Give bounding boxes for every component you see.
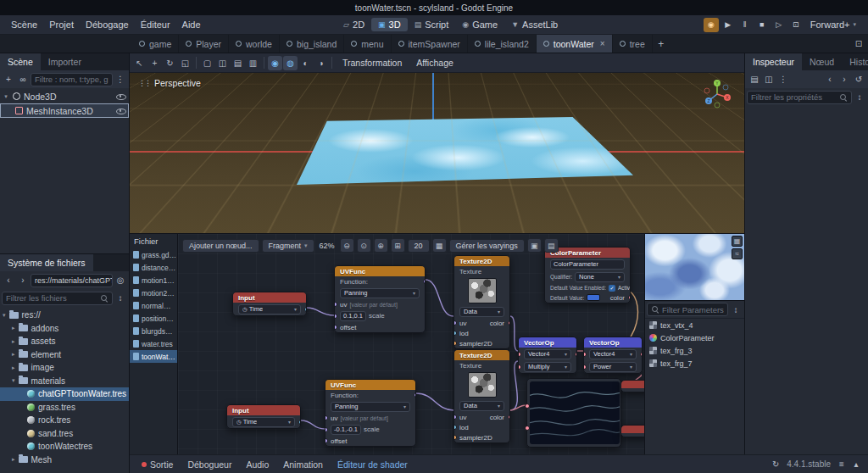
menu-help[interactable]: Aide	[176, 18, 207, 31]
snap-distance-field[interactable]: 20	[408, 239, 430, 253]
param-item-tex-frg-7[interactable]: tex_frg_7	[645, 357, 744, 370]
snap-grid-toggle[interactable]: ⊞	[391, 238, 405, 253]
fs-row-materials[interactable]: ▾materials	[0, 375, 129, 388]
node-header[interactable]	[621, 381, 644, 388]
edit-history-button[interactable]: ↺	[852, 73, 865, 86]
output-port[interactable]	[298, 420, 301, 425]
vector-type-dropdown[interactable]: Vector4▾	[524, 349, 571, 359]
shader-file-item[interactable]: grass.gd…	[130, 248, 177, 261]
fs-row-sand[interactable]: sand.tres	[0, 427, 129, 441]
shader-node-colorparameter[interactable]: ColorParameter ColorParameter Qualifier:…	[544, 247, 631, 303]
input-port[interactable]	[454, 320, 457, 326]
shader-code-preview-button[interactable]: ▣	[527, 238, 542, 253]
operator-dropdown[interactable]: Power▾	[589, 362, 637, 372]
shader-file-item[interactable]: motion2…	[130, 287, 177, 299]
expand-bottom-panel-button[interactable]: ▴	[849, 458, 863, 471]
copy-buffer-button[interactable]: ▤	[544, 238, 559, 253]
output-port[interactable]	[508, 320, 510, 326]
scene-tab-big-island[interactable]: big_island	[280, 35, 344, 53]
texture-thumbnail[interactable]	[468, 372, 497, 398]
menu-editor[interactable]: Éditeur	[135, 18, 176, 31]
shader-file-item[interactable]: position…	[130, 312, 177, 325]
input-port[interactable]	[326, 415, 328, 420]
inspector-filter[interactable]	[747, 91, 852, 104]
collapse-arrow-icon[interactable]: ▾	[3, 312, 6, 319]
manage-varyings-button[interactable]: Gérer les varyings	[449, 239, 525, 253]
input-port[interactable]	[525, 426, 530, 431]
param-item-tex-frg-3[interactable]: tex_frg_3	[645, 344, 744, 357]
animation-button[interactable]: Animation	[276, 458, 330, 471]
scene-filter-input[interactable]	[35, 75, 108, 84]
param-item-tex-vtx-4[interactable]: tex_vtx_4	[645, 319, 744, 331]
sort-params-button[interactable]: ↕	[729, 303, 743, 316]
collapse-arrow-icon[interactable]: ▸	[12, 351, 15, 358]
fs-row-rock[interactable]: rock.tres	[0, 414, 129, 427]
shader-editor-button[interactable]: Éditeur de shader	[331, 458, 415, 471]
texture-source-dropdown[interactable]: Data▾	[459, 307, 504, 317]
menu-scene[interactable]: Scène	[5, 18, 43, 31]
tab-node[interactable]: Nœud	[802, 53, 842, 70]
function-dropdown[interactable]: Panning▾	[331, 402, 410, 412]
tree-row-node3d[interactable]: ▾ Node3D	[0, 89, 129, 103]
collapse-arrow-icon[interactable]: ▸	[12, 325, 15, 331]
shader-node-vectorop-multiply[interactable]: VectorOp Vector4▾ Multiply▾	[518, 337, 577, 374]
output-button[interactable]: Sortie	[135, 458, 180, 471]
scale-value-field[interactable]: -0.1,-0.1	[331, 425, 361, 435]
new-resource-button[interactable]: ▤	[748, 73, 761, 86]
inspector-filter-input[interactable]	[751, 92, 837, 102]
input-port[interactable]	[519, 352, 521, 357]
scene-tab-player[interactable]: Player	[179, 35, 229, 53]
fs-row-addons[interactable]: ▸addons	[0, 322, 129, 336]
collapse-arrow-icon[interactable]: ▾	[3, 93, 9, 100]
tab-inspector[interactable]: Inspecteur	[745, 53, 802, 70]
shader-file-item[interactable]: blurgds…	[130, 325, 177, 337]
scene-tab-game[interactable]: game	[132, 35, 179, 53]
workspace-3d-button[interactable]: ▣ 3D	[371, 18, 408, 31]
local-space-toggle[interactable]: ◉	[268, 56, 282, 70]
pause-button[interactable]: ‖	[737, 18, 753, 32]
scene-dock-menu-button[interactable]: ⋮	[114, 73, 127, 86]
workspace-assetlib-button[interactable]: ▼ AssetLib	[504, 18, 565, 31]
view-menu[interactable]: Affichage	[409, 56, 460, 70]
preview-sun-toggle[interactable]: ◐	[298, 56, 313, 70]
shader-graph-canvas[interactable]: Ajouter un nœud... Fragment▾ 62% ⊖ ⊙ ⊕ ⊞…	[178, 234, 644, 454]
snap-toggle[interactable]: ◍	[283, 56, 298, 70]
input-port[interactable]	[584, 364, 587, 370]
preview-environment-toggle[interactable]: ◑	[314, 56, 328, 70]
shader-node-uvfunc-1[interactable]: UVFunc Function: Panning▾ uv[valeur par …	[334, 265, 426, 333]
shader-node-input-time-1[interactable]: Input ◷Time▾	[232, 292, 307, 316]
select-box-button[interactable]: ▢	[200, 56, 214, 70]
collapse-arrow-icon[interactable]: ▸	[12, 456, 15, 463]
node-header[interactable]	[621, 426, 644, 433]
transform-menu[interactable]: Transformation	[336, 56, 409, 70]
visibility-eye-icon[interactable]	[116, 107, 126, 115]
history-forward-button[interactable]: ›	[837, 73, 851, 86]
node-header[interactable]: Texture2D	[454, 350, 509, 360]
close-icon[interactable]: ×	[600, 39, 605, 48]
function-dropdown[interactable]: Panning▾	[340, 288, 420, 298]
shader-node-output-preview[interactable]	[526, 378, 621, 448]
update-spinner-icon[interactable]: ↻	[769, 458, 782, 471]
debugger-button[interactable]: Débogueur	[181, 458, 238, 471]
renderer-dropdown[interactable]: Forward+ ▾	[804, 18, 863, 31]
output-port[interactable]	[628, 295, 631, 300]
tab-scene[interactable]: Scène	[0, 53, 41, 70]
shader-stage-dropdown[interactable]: Fragment▾	[262, 239, 314, 253]
output-port[interactable]	[414, 392, 416, 398]
input-port[interactable]	[454, 415, 457, 420]
zoom-in-button[interactable]: ⊕	[374, 238, 388, 253]
move-tool-button[interactable]: +	[147, 56, 162, 70]
output-port[interactable]	[640, 352, 643, 357]
scene-tab-toonwater[interactable]: toonWater×	[537, 35, 613, 53]
scene-filter[interactable]	[31, 73, 113, 86]
output-port[interactable]	[575, 352, 577, 357]
shader-file-item[interactable]: normal…	[130, 299, 177, 312]
input-type-dropdown[interactable]: ◷Time▾	[232, 417, 295, 427]
play-button[interactable]: ▶	[721, 18, 736, 32]
preview-filter-button[interactable]: ≈	[732, 248, 743, 259]
tree-row-meshinstance3d[interactable]: MeshInstance3D	[0, 103, 129, 118]
color-swatch[interactable]	[587, 294, 600, 301]
input-port[interactable]	[454, 331, 457, 336]
filesystem-filter[interactable]	[2, 292, 113, 305]
fs-row-res[interactable]: ▾res://	[0, 309, 129, 322]
